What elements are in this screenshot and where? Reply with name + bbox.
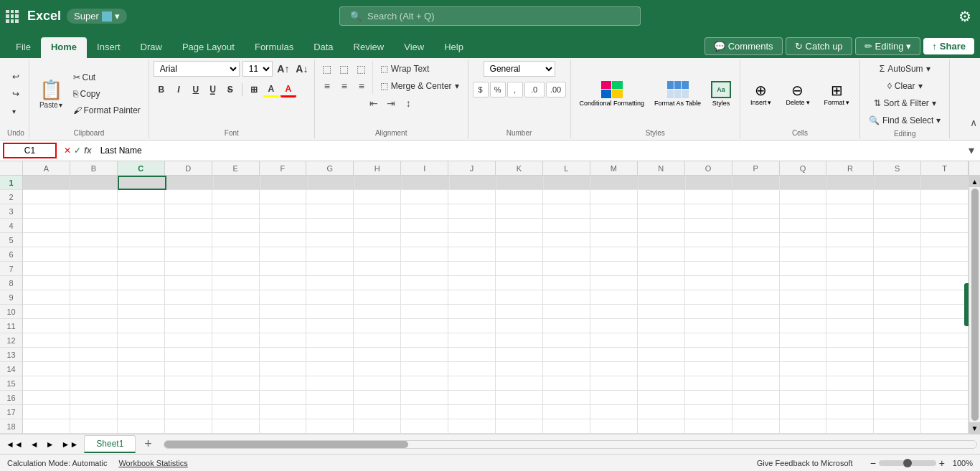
cell-S1[interactable] <box>875 176 922 190</box>
cell-A13[interactable] <box>23 348 70 362</box>
cell-F18[interactable] <box>260 419 307 434</box>
row-number-7[interactable]: 7 <box>0 262 22 276</box>
col-header-K[interactable]: K <box>496 161 543 175</box>
cell-I15[interactable] <box>401 376 448 391</box>
cell-F4[interactable] <box>260 219 307 233</box>
align-top-left-button[interactable]: ⬚ <box>319 61 335 77</box>
cell-D4[interactable] <box>165 219 212 233</box>
tab-page-layout[interactable]: Page Layout <box>172 37 245 58</box>
col-header-N[interactable]: N <box>638 161 685 175</box>
cell-R2[interactable] <box>826 190 874 204</box>
italic-button[interactable]: I <box>171 82 187 97</box>
cell-K12[interactable] <box>496 333 543 348</box>
cell-C8[interactable] <box>118 276 165 290</box>
cell-H1[interactable] <box>355 176 402 190</box>
cell-G6[interactable] <box>306 247 354 262</box>
font-color-button[interactable]: A <box>281 82 296 97</box>
cell-G18[interactable] <box>306 419 354 434</box>
cell-C18[interactable] <box>118 419 165 434</box>
cell-L13[interactable] <box>543 348 590 362</box>
cell-A9[interactable] <box>23 290 70 305</box>
cell-E1[interactable] <box>214 176 261 190</box>
row-number-2[interactable]: 2 <box>0 190 22 204</box>
cell-P2[interactable] <box>732 190 780 204</box>
cell-M13[interactable] <box>590 348 638 362</box>
cell-E2[interactable] <box>212 190 260 204</box>
cell-D9[interactable] <box>165 290 212 305</box>
cell-C7[interactable] <box>118 262 165 276</box>
cell-R1[interactable] <box>827 176 875 190</box>
cell-O18[interactable] <box>685 419 732 434</box>
cell-B14[interactable] <box>70 362 118 376</box>
cell-L18[interactable] <box>543 419 590 434</box>
cell-N18[interactable] <box>638 419 685 434</box>
percent-button[interactable]: % <box>490 82 506 97</box>
cell-K6[interactable] <box>496 247 543 262</box>
insert-function-icon[interactable]: fx <box>84 146 92 156</box>
cell-R12[interactable] <box>826 333 874 348</box>
cell-I16[interactable] <box>401 391 448 405</box>
cell-S6[interactable] <box>874 247 921 262</box>
row-number-18[interactable]: 18 <box>0 419 22 434</box>
cell-P12[interactable] <box>732 333 780 348</box>
cell-I10[interactable] <box>401 305 448 319</box>
cell-Q2[interactable] <box>780 190 827 204</box>
col-header-F[interactable]: F <box>260 161 307 175</box>
tab-review[interactable]: Review <box>344 37 395 58</box>
cell-F14[interactable] <box>260 362 307 376</box>
formula-input[interactable] <box>96 146 963 156</box>
cell-L5[interactable] <box>543 233 590 247</box>
cell-N7[interactable] <box>638 262 685 276</box>
feedback-link[interactable]: Give Feedback to Microsoft <box>757 459 853 467</box>
cell-G7[interactable] <box>306 262 354 276</box>
cell-Q4[interactable] <box>780 219 827 233</box>
row-number-17[interactable]: 17 <box>0 405 22 419</box>
cell-M17[interactable] <box>590 405 638 419</box>
cell-N16[interactable] <box>638 391 685 405</box>
cell-E17[interactable] <box>212 405 260 419</box>
cell-C1[interactable] <box>118 176 167 190</box>
cell-M2[interactable] <box>590 190 638 204</box>
cell-S12[interactable] <box>874 333 921 348</box>
cell-K4[interactable] <box>496 219 543 233</box>
cell-N6[interactable] <box>638 247 685 262</box>
strikethrough-button[interactable]: S <box>222 82 238 97</box>
cell-B16[interactable] <box>70 391 118 405</box>
cell-S18[interactable] <box>874 419 921 434</box>
cell-C14[interactable] <box>118 362 165 376</box>
cell-J3[interactable] <box>448 204 496 219</box>
cell-D8[interactable] <box>165 276 212 290</box>
cell-B2[interactable] <box>70 190 118 204</box>
cell-N8[interactable] <box>638 276 685 290</box>
col-header-T[interactable]: T <box>921 161 969 175</box>
cell-I2[interactable] <box>401 190 448 204</box>
cell-I7[interactable] <box>401 262 448 276</box>
cell-J13[interactable] <box>448 348 496 362</box>
cell-S8[interactable] <box>874 276 921 290</box>
cell-Q17[interactable] <box>780 405 827 419</box>
cell-M12[interactable] <box>590 333 638 348</box>
align-right-button[interactable]: ≡ <box>354 78 369 94</box>
cell-E4[interactable] <box>212 219 260 233</box>
zoom-thumb[interactable] <box>903 459 912 467</box>
cell-C10[interactable] <box>118 305 165 319</box>
cell-O9[interactable] <box>685 290 732 305</box>
borders-button[interactable]: ⊞ <box>246 82 262 97</box>
scroll-up-button[interactable]: ▲ <box>969 176 981 187</box>
cell-A15[interactable] <box>23 376 70 391</box>
cell-I12[interactable] <box>401 333 448 348</box>
cell-A12[interactable] <box>23 333 70 348</box>
cell-S9[interactable] <box>874 290 921 305</box>
cell-A4[interactable] <box>23 219 70 233</box>
cell-J14[interactable] <box>448 362 496 376</box>
cell-F2[interactable] <box>260 190 307 204</box>
cell-F5[interactable] <box>260 233 307 247</box>
cell-F8[interactable] <box>260 276 307 290</box>
cell-T9[interactable] <box>921 290 969 305</box>
row-number-16[interactable]: 16 <box>0 391 22 405</box>
search-box[interactable]: 🔍 Search (Alt + Q) <box>339 6 641 26</box>
cell-K9[interactable] <box>496 290 543 305</box>
paste-button[interactable]: 📋 Paste ▾ <box>34 76 69 112</box>
cut-button[interactable]: ✂ Cut <box>70 70 143 85</box>
cell-M15[interactable] <box>590 376 638 391</box>
